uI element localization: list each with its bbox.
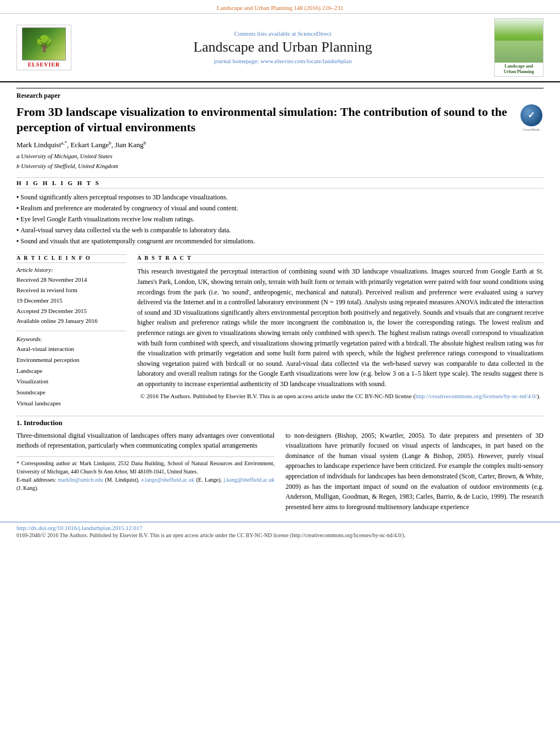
keyword-6: Virtual landscapes — [16, 398, 126, 409]
keyword-5: Soundscape — [16, 387, 126, 398]
highlight-item-4: Aural-visual survey data collected via t… — [16, 225, 544, 236]
footnote-email: E-mail addresses: marklin@umich.edu (M. … — [16, 476, 275, 492]
journal-title-center: Contents lists available at ScienceDirec… — [71, 30, 494, 64]
email1-link[interactable]: marklin@umich.edu — [58, 477, 103, 483]
homepage-text: journal homepage: — [214, 58, 259, 64]
email3-link[interactable]: j.kang@sheffield.ac.uk — [223, 477, 275, 483]
author-kang: , Jian Kang — [111, 141, 144, 149]
highlight-item-5: Sound and visuals that are spatiotempora… — [16, 236, 544, 247]
highlight-item-1: Sound significantly alters perceptual re… — [16, 192, 544, 203]
intro-col-right: to non-designers (Bishop, 2005; Kwartler… — [285, 431, 544, 512]
contents-text: Contents lists available at — [234, 30, 296, 37]
email2-person: (E. Lange), — [197, 477, 222, 483]
elsevier-logo-image — [22, 27, 66, 60]
sciencedirect-link[interactable]: ScienceDirect — [298, 30, 332, 37]
top-reference-bar: Landscape and Urban Planning 148 (2016) … — [0, 0, 560, 14]
affiliation-a: a University of Michigan, United States — [16, 152, 544, 161]
info-abstract-row: A R T I C L E I N F O Article history: R… — [16, 254, 544, 409]
journal-thumb-image — [495, 19, 543, 63]
crossmark-text: CrossMark — [523, 127, 540, 132]
homepage-link[interactable]: www.elsevier.com/locate/landurbplan — [260, 58, 351, 64]
email1-person: (M. Lindquist), — [105, 477, 139, 483]
doi-link[interactable]: http://dx.doi.org/10.1016/j.landurbplan.… — [16, 525, 544, 531]
journal-header: ELSEVIER Contents lists available at Sci… — [0, 14, 560, 82]
article-body: Research paper From 3D landscape visuali… — [0, 82, 560, 518]
footnote-star: * Corresponding author at: Mark Lindquis… — [16, 459, 275, 476]
crossmark-icon: ✓ — [520, 104, 542, 126]
highlight-item-3: Eye level Google Earth visualizations re… — [16, 214, 544, 225]
authors-line: Mark Lindquista,*, Eckart Langeb, Jian K… — [16, 140, 544, 149]
author-kang-super: b — [144, 140, 147, 146]
journal-thumb-text: Landscape and Urban Planning — [495, 63, 543, 76]
intro-text-left: Three-dimensional digital visualization … — [16, 431, 275, 451]
journal-main-title: Landscape and Urban Planning — [82, 39, 483, 55]
received-revised-label: Received in revised form — [16, 285, 126, 295]
keyword-2: Environmental perception — [16, 355, 126, 366]
journal-thumbnail: Landscape and Urban Planning — [494, 18, 544, 77]
keywords-title: Keywords: — [16, 336, 126, 342]
article-info-label: A R T I C L E I N F O — [16, 255, 126, 263]
intro-text-right: to non-designers (Bishop, 2005; Kwartler… — [285, 431, 544, 512]
highlight-item-2: Realism and preference are moderated by … — [16, 203, 544, 214]
introduction-section: 1. Introduction Three-dimensional digita… — [16, 416, 544, 512]
crossmark-badge: ✓ CrossMark — [519, 104, 544, 132]
copyright-bottom: 0169-2046/© 2016 The Authors. Published … — [16, 532, 544, 538]
article-info-section: A R T I C L E I N F O Article history: R… — [16, 254, 126, 409]
elsevier-brand-text: ELSEVIER — [28, 62, 60, 68]
keyword-3: Landscape — [16, 366, 126, 377]
abstract-section: A B S T R A C T This research investigat… — [137, 254, 544, 409]
highlights-header: H I G H L I G H T S — [16, 177, 544, 188]
abstract-copyright: © 2016 The Authors. Published by Elsevie… — [137, 393, 544, 399]
intro-col-left: Three-dimensional digital visualization … — [16, 431, 275, 512]
journal-ref-link[interactable]: Landscape and Urban Planning 148 (2016) … — [217, 4, 343, 11]
author-lindquist-super: a,* — [61, 140, 67, 146]
bottom-bar: http://dx.doi.org/10.1016/j.landurbplan.… — [0, 522, 560, 540]
keywords-list: Aural-visual interaction Environmental p… — [16, 344, 126, 409]
accepted-date: Accepted 29 December 2015 — [16, 306, 126, 316]
email3-person: (J. Kang). — [16, 485, 38, 491]
cc-license-link[interactable]: http://creativecommons.org/licenses/by-n… — [415, 393, 537, 399]
affiliations: a University of Michigan, United States … — [16, 152, 544, 171]
author-lindquist: Mark Lindquist — [16, 141, 61, 149]
footnote-area: * Corresponding author at: Mark Lindquis… — [16, 456, 275, 492]
email-label: E-mail addresses: — [16, 477, 56, 483]
page: Landscape and Urban Planning 148 (2016) … — [0, 0, 560, 742]
abstract-text: This research investigated the perceptua… — [137, 266, 544, 389]
affiliation-b: b University of Sheffield, United Kingdo… — [16, 161, 544, 171]
email2-link[interactable]: e.lange@sheffield.ac.uk — [141, 477, 194, 483]
keyword-1: Aural-visual interaction — [16, 344, 126, 355]
contents-line: Contents lists available at ScienceDirec… — [82, 30, 483, 37]
keyword-4: Visualization — [16, 376, 126, 387]
article-history-title: Article history: — [16, 266, 126, 273]
article-type-label: Research paper — [16, 88, 544, 100]
article-history-items: Received 28 November 2014 Received in re… — [16, 275, 126, 326]
revised-date: 19 December 2015 — [16, 295, 126, 306]
abstract-label: A B S T R A C T — [137, 255, 544, 263]
elsevier-logo: ELSEVIER — [16, 25, 71, 70]
article-title-row: From 3D landscape visualization to envir… — [16, 104, 544, 136]
author-lange: , Eckart Lange — [67, 141, 109, 149]
available-date: Available online 29 January 2016 — [16, 316, 126, 326]
journal-homepage: journal homepage: www.elsevier.com/locat… — [82, 58, 483, 64]
highlights-list: Sound significantly alters perceptual re… — [16, 192, 544, 247]
introduction-content: Three-dimensional digital visualization … — [16, 431, 544, 512]
received-date: Received 28 November 2014 — [16, 275, 126, 285]
section-title: 1. Introduction — [16, 416, 544, 427]
article-main-title: From 3D landscape visualization to envir… — [16, 104, 513, 136]
